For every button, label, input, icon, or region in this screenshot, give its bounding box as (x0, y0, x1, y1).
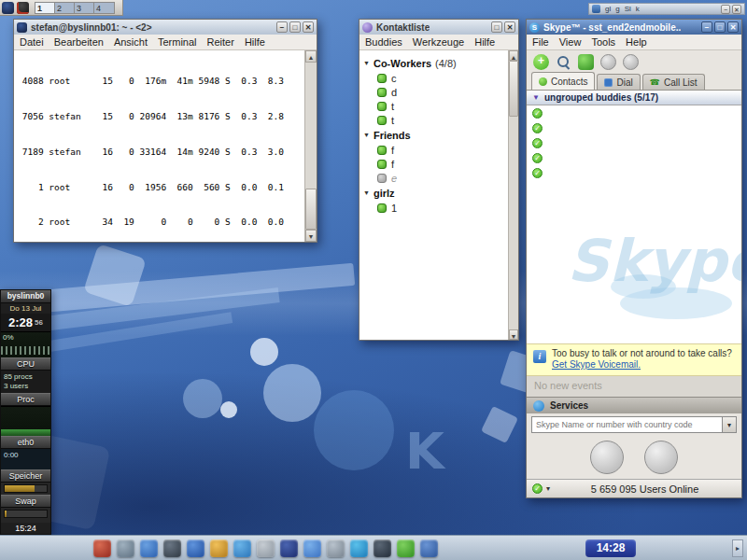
taskbar-launcher-15[interactable] (420, 539, 438, 557)
menu-help[interactable]: Help (626, 36, 647, 48)
maximize-button[interactable]: □ (491, 21, 502, 33)
pager-desktop-3[interactable]: 3 (75, 3, 94, 13)
minimize-button[interactable]: − (701, 21, 712, 33)
maximize-button[interactable]: □ (289, 21, 301, 33)
menu-ansicht[interactable]: Ansicht (114, 36, 148, 48)
minimize-button[interactable]: − (721, 5, 730, 14)
buddy-list-scrollbar[interactable]: ▲ ▼ (508, 50, 518, 340)
buddy-group-friends[interactable]: ▼ Friends (363, 127, 506, 143)
taskbar-launcher-10[interactable] (303, 539, 321, 557)
menu-view[interactable]: View (559, 36, 582, 48)
maximize-button[interactable]: □ (714, 21, 726, 33)
tab-call-list[interactable]: ☎ Call List (642, 74, 705, 90)
call-button[interactable] (600, 54, 616, 70)
panel-hide-button[interactable]: ▸ (732, 539, 743, 557)
minimize-button[interactable]: − (276, 21, 288, 33)
close-button[interactable]: ✕ (303, 21, 314, 33)
taskbar-launcher-5[interactable] (187, 539, 204, 557)
pager-desktop-2[interactable]: 2 (55, 3, 75, 13)
panel-launcher-icon[interactable] (2, 2, 14, 14)
expander-icon[interactable]: ▼ (363, 189, 370, 196)
pager-desktop-1[interactable]: 1 (35, 3, 55, 13)
search-dropdown-button[interactable]: ▾ (722, 416, 737, 433)
buddy-row[interactable]: t (363, 99, 506, 113)
buddy-row[interactable]: d (363, 85, 506, 99)
expander-icon[interactable]: ▼ (363, 60, 370, 66)
scroll-down-icon[interactable]: ▼ (509, 329, 518, 340)
swap-band[interactable]: Swap (1, 495, 50, 508)
taskbar-launcher-13[interactable] (374, 539, 391, 557)
taskbar-launcher-6[interactable] (210, 539, 228, 557)
menu-buddies[interactable]: Buddies (365, 36, 402, 48)
hangup-button[interactable] (623, 54, 639, 70)
menu-file[interactable]: File (532, 36, 549, 48)
taskbar-launcher-2[interactable] (117, 539, 134, 557)
call-button-large[interactable] (590, 441, 624, 474)
menu-hilfe[interactable]: Hilfe (474, 36, 495, 48)
menu-bearbeiten[interactable]: Bearbeiten (54, 36, 104, 48)
buddy-group-girlz[interactable]: ▼ girlz (363, 185, 506, 201)
scroll-down-icon[interactable]: ▼ (305, 230, 317, 242)
skype-contact-list[interactable]: ✓ ✓ ✓ ✓ ✓ Skype (527, 105, 741, 343)
my-status-icon[interactable]: ✓ (532, 483, 543, 494)
cpu-band[interactable]: CPU (1, 357, 50, 371)
skype-titlebar[interactable]: S Skype™ - sst_end2endmobile.. − □ ✕ (527, 20, 741, 35)
net-band[interactable]: eth0 (1, 436, 50, 449)
search-button[interactable] (556, 54, 571, 70)
scroll-up-icon[interactable]: ▲ (509, 50, 518, 61)
background-window-titlebar[interactable]: gl g Sl k − ✕ (588, 3, 745, 15)
proc-band[interactable]: Proc (1, 393, 50, 406)
taskbar-launcher-12[interactable] (350, 539, 368, 557)
contact-row[interactable]: ✓ (527, 150, 741, 165)
taskbar-launcher-1[interactable] (93, 539, 111, 557)
status-dropdown-icon[interactable]: ▾ (546, 484, 550, 493)
panel-launcher-icon[interactable] (17, 2, 29, 14)
contact-row[interactable]: ✓ (527, 105, 741, 120)
taskbar-launcher-4[interactable] (163, 539, 181, 557)
terminal-output[interactable]: 4088 root 15 0 176m 41m 5948 S 0.3 8.3 7… (14, 50, 304, 242)
buddy-list-titlebar[interactable]: Kontaktliste □ ✕ (359, 20, 518, 35)
pager-desktop-4[interactable]: 4 (94, 3, 114, 13)
contact-row[interactable]: ✓ (527, 120, 741, 135)
taskbar-launcher-11[interactable] (327, 539, 345, 557)
buddy-row[interactable]: f (363, 157, 506, 171)
menu-tools[interactable]: Tools (591, 36, 615, 48)
close-button[interactable]: ✕ (732, 5, 741, 14)
tab-dial[interactable]: Dial (597, 74, 640, 90)
hangup-button-large[interactable] (644, 441, 678, 474)
memory-band[interactable]: Speicher (1, 469, 50, 483)
taskbar-launcher-3[interactable] (140, 539, 158, 557)
close-button[interactable]: ✕ (727, 21, 739, 33)
terminal-scrollbar[interactable]: ▲ ▼ (304, 50, 317, 242)
menu-terminal[interactable]: Terminal (158, 36, 197, 48)
monitor-hostname[interactable]: byslinnb0 (1, 290, 50, 303)
add-contact-button[interactable]: + (533, 54, 549, 70)
contact-row[interactable]: ✓ (527, 135, 741, 150)
contact-row[interactable]: ✓ (527, 165, 741, 180)
search-input[interactable] (531, 416, 722, 433)
close-button[interactable]: ✕ (504, 21, 515, 33)
scroll-up-icon[interactable]: ▲ (305, 50, 317, 63)
buddy-row[interactable]: 1 (363, 201, 506, 215)
contact-group-header[interactable]: ▼ ungrouped buddies (5/17) (527, 91, 741, 105)
menu-werkzeuge[interactable]: Werkzeuge (413, 36, 464, 48)
menu-datei[interactable]: Datei (20, 36, 44, 48)
taskbar-launcher-9[interactable] (280, 539, 298, 557)
taskbar-launcher-14[interactable] (397, 539, 415, 557)
expander-icon[interactable]: ▼ (363, 132, 370, 138)
voicemail-link[interactable]: Get Skype Voicemail. (552, 359, 641, 370)
menu-reiter[interactable]: Reiter (207, 36, 234, 48)
services-bar[interactable]: Services (527, 397, 741, 413)
buddy-row[interactable]: c (363, 71, 506, 85)
menu-hilfe[interactable]: Hilfe (245, 36, 265, 48)
scrollbar-thumb[interactable] (305, 189, 317, 230)
buddy-group-coworkers[interactable]: ▼ Co-Workers (4/8) (363, 55, 506, 71)
buddy-row[interactable]: t (363, 113, 506, 127)
scrollbar-thumb[interactable] (509, 61, 518, 117)
terminal-titlebar[interactable]: stefan@byslinnb01: ~ - <2> − □ ✕ (14, 20, 317, 35)
conference-button[interactable] (578, 54, 594, 70)
buddy-row[interactable]: e (363, 171, 506, 185)
buddy-row[interactable]: f (363, 143, 506, 157)
taskbar-launcher-7[interactable] (233, 539, 251, 557)
taskbar-launcher-8[interactable] (257, 539, 275, 557)
